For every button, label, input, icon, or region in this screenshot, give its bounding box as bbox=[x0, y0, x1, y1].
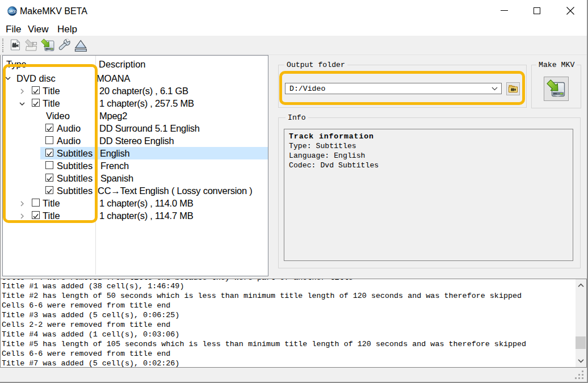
svg-text:MKV: MKV bbox=[9, 10, 16, 13]
